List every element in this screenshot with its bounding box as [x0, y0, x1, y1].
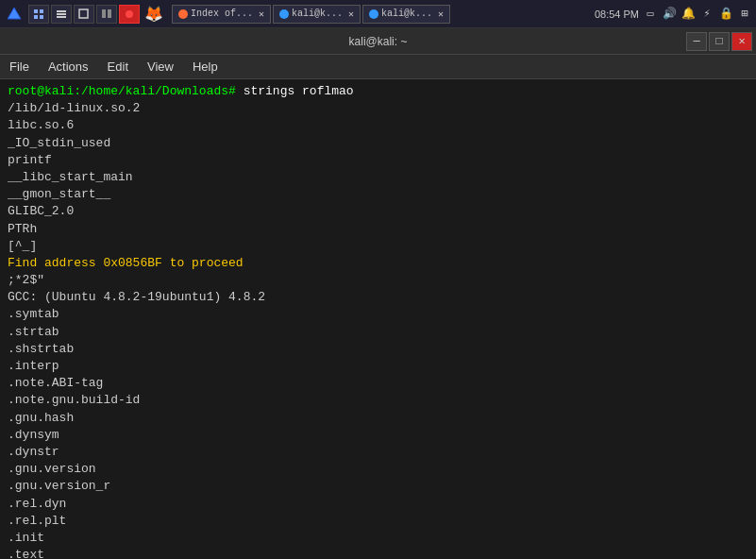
- app-button-3[interactable]: [74, 5, 94, 24]
- output-note-abi: .note.ABI-tag: [8, 375, 748, 392]
- svg-point-11: [126, 10, 133, 18]
- clock: 08:54 PM: [595, 8, 639, 20]
- tab-dot-blue2: [369, 9, 378, 19]
- output-symtab: .symtab: [8, 306, 748, 323]
- app-button-5[interactable]: [119, 5, 140, 24]
- tab-label-kali2: kali@k...: [381, 8, 432, 19]
- screen-icon[interactable]: ▭: [643, 7, 658, 22]
- terminal-window: kali@kali: ~ ─ □ ✕ File Actions Edit Vie…: [0, 28, 756, 559]
- svg-rect-9: [102, 9, 106, 18]
- kali-logo-icon[interactable]: [4, 4, 25, 25]
- svg-rect-8: [79, 9, 88, 18]
- system-tray: 08:54 PM ▭ 🔊 🔔 ⚡ 🔒 ⊞: [595, 7, 752, 22]
- output-2: libc.so.6: [8, 117, 748, 134]
- output-5: __libc_start_main: [8, 169, 748, 186]
- svg-rect-6: [57, 13, 66, 15]
- command-text: strings roflmao: [244, 84, 354, 98]
- svg-rect-3: [34, 15, 38, 19]
- output-text: .text: [8, 547, 748, 559]
- svg-rect-4: [40, 15, 43, 19]
- notification-icon[interactable]: 🔔: [680, 7, 696, 22]
- output-interp: .interp: [8, 358, 748, 375]
- app-button-4[interactable]: [96, 5, 117, 24]
- output-address: Find address 0x0856BF to proceed: [8, 255, 748, 272]
- output-6: __gmon_start__: [8, 186, 748, 203]
- lock-icon[interactable]: 🔒: [718, 7, 733, 22]
- output-gcc: GCC: (Ubuntu 4.8.2-19ubuntu1) 4.8.2: [8, 289, 748, 306]
- output-10: ;*2$": [8, 272, 748, 289]
- tab-dot-orange: [178, 9, 188, 19]
- output-3: _IO_stdin_used: [8, 135, 748, 152]
- output-rel-plt: .rel.plt: [8, 513, 748, 530]
- terminal-content[interactable]: root@kali:/home/kali/Downloads# strings …: [0, 79, 756, 559]
- tab-close-kali2[interactable]: ✕: [438, 8, 444, 20]
- output-strtab: .strtab: [8, 324, 748, 341]
- taskbar-app-buttons: [28, 5, 140, 24]
- menu-file[interactable]: File: [6, 58, 33, 76]
- terminal-titlebar: kali@kali: ~ ─ □ ✕: [0, 28, 756, 55]
- output-1: /lib/ld-linux.so.2: [8, 100, 748, 117]
- menu-help[interactable]: Help: [189, 58, 222, 76]
- output-gnu-version-r: .gnu.version_r: [8, 478, 748, 495]
- menu-view[interactable]: View: [143, 58, 177, 76]
- output-7: GLIBC_2.0: [8, 203, 748, 220]
- power-icon[interactable]: ⚡: [699, 7, 714, 22]
- output-gnu-hash: .gnu.hash: [8, 410, 748, 427]
- prompt-text: root@kali:/home/kali/Downloads#: [8, 84, 244, 98]
- svg-rect-2: [40, 9, 43, 13]
- tab-kali1[interactable]: kali@k... ✕: [273, 5, 361, 24]
- prompt-line: root@kali:/home/kali/Downloads# strings …: [8, 83, 748, 100]
- terminal-title: kali@kali: ~: [349, 35, 408, 48]
- output-shstrtab: .shstrtab: [8, 341, 748, 358]
- terminal-menubar: File Actions Edit View Help: [0, 55, 756, 79]
- output-dynsym: .dynsym: [8, 427, 748, 444]
- output-gnu-version: .gnu.version: [8, 461, 748, 478]
- app-button-2[interactable]: [51, 5, 72, 24]
- output-4: printf: [8, 152, 748, 169]
- minimize-button[interactable]: ─: [686, 32, 707, 51]
- volume-icon[interactable]: 🔊: [662, 7, 677, 22]
- tab-index[interactable]: Index of... ✕: [172, 5, 271, 24]
- output-init: .init: [8, 530, 748, 547]
- window-controls: ─ □ ✕: [686, 32, 752, 51]
- menu-edit[interactable]: Edit: [104, 58, 132, 76]
- svg-rect-1: [34, 9, 38, 13]
- output-8: PTRh: [8, 221, 748, 238]
- svg-rect-10: [108, 9, 111, 18]
- tab-label-index: Index of...: [191, 8, 253, 19]
- output-note-gnu: .note.gnu.build-id: [8, 392, 748, 409]
- firefox-icon[interactable]: 🦊: [143, 4, 164, 25]
- network-icon[interactable]: ⊞: [737, 7, 752, 22]
- svg-rect-7: [57, 16, 66, 18]
- output-dynstr: .dynstr: [8, 444, 748, 461]
- output-9: [^_]: [8, 238, 748, 255]
- tab-dot-blue1: [279, 9, 289, 19]
- tab-close-kali1[interactable]: ✕: [348, 8, 354, 20]
- maximize-button[interactable]: □: [709, 32, 730, 51]
- taskbar: 🦊 Index of... ✕ kali@k... ✕ kali@k... ✕ …: [0, 0, 756, 28]
- svg-rect-5: [57, 10, 66, 12]
- tab-label-kali1: kali@k...: [292, 8, 343, 19]
- tab-close-index[interactable]: ✕: [259, 8, 264, 20]
- app-button-1[interactable]: [28, 5, 49, 24]
- taskbar-tabs: Index of... ✕ kali@k... ✕ kali@k... ✕: [172, 5, 591, 24]
- menu-actions[interactable]: Actions: [44, 58, 92, 76]
- svg-marker-0: [8, 8, 21, 19]
- close-button[interactable]: ✕: [731, 32, 752, 51]
- output-rel-dyn: .rel.dyn: [8, 496, 748, 513]
- tab-kali2[interactable]: kali@k... ✕: [362, 5, 450, 24]
